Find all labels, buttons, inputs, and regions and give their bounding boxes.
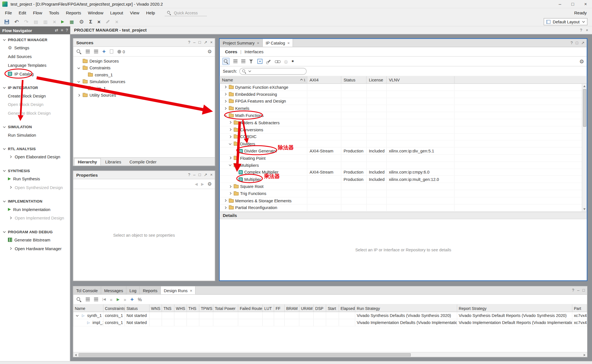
create-run-icon[interactable]: + — [131, 297, 134, 302]
reset-runs-icon[interactable]: |◀ — [102, 298, 106, 301]
column-header-failed-routes[interactable]: Failed Routes — [238, 305, 263, 312]
tree-chevron[interactable] — [223, 198, 227, 203]
tree-chevron[interactable] — [228, 156, 232, 160]
flow-nav-section-header[interactable]: SYNTHESIS — [0, 167, 70, 174]
maximize-icon[interactable]: □ — [198, 173, 201, 177]
menu-layout[interactable]: Layout — [107, 10, 127, 15]
tree-chevron[interactable] — [223, 106, 227, 111]
help-icon[interactable]: ? — [572, 288, 574, 292]
run-icon[interactable] — [61, 20, 64, 23]
delete-icon[interactable]: × — [53, 19, 56, 25]
ip-row-partial-reconfiguration[interactable]: Partial Reconfiguration — [220, 204, 587, 211]
search-icon[interactable] — [76, 297, 82, 302]
menu-file[interactable]: File — [1, 10, 15, 15]
menu-tools[interactable]: Tools — [46, 10, 63, 15]
maximize-icon[interactable]: □ — [582, 288, 585, 292]
source-tree-item-sim-1[interactable]: sim_1 — [73, 85, 215, 92]
add-ip-icon[interactable] — [257, 59, 262, 64]
column-header-total-power[interactable]: Total Power — [213, 305, 238, 312]
float-icon[interactable]: ↗ — [204, 173, 207, 177]
collapse-all-icon[interactable] — [86, 298, 90, 301]
flow-nav-section-header[interactable]: RTL ANALYSIS — [0, 145, 70, 152]
tree-chevron[interactable] — [223, 85, 227, 89]
source-tree-item-constrs-1[interactable]: constrs_1 — [73, 71, 215, 78]
column-header-part[interactable]: Part — [572, 305, 587, 312]
step-back-icon[interactable]: « — [110, 297, 112, 302]
scroll-down-icon[interactable] — [583, 208, 586, 210]
open-file-icon[interactable] — [110, 49, 113, 54]
column-header-elapsed[interactable]: Elapsed — [339, 305, 355, 312]
ip-search-input[interactable] — [239, 68, 306, 74]
flow-nav-item-open-elaborated-design[interactable]: Open Elaborated Design — [0, 152, 70, 161]
quick-access-search[interactable]: Quick Access — [164, 10, 207, 16]
open-implemented-icon[interactable]: ▦ — [70, 19, 74, 24]
sources-tab-compile-order[interactable]: Compile Order — [126, 158, 160, 166]
target-icon[interactable]: ◎ — [284, 59, 288, 64]
ip-row-multipliers[interactable]: Multipliers — [220, 162, 587, 169]
column-header-whs[interactable]: WHS — [174, 305, 187, 312]
column-header-tpws[interactable]: TPWS — [199, 305, 213, 312]
tree-chevron[interactable] — [228, 120, 232, 125]
menu-window[interactable]: Window — [85, 10, 107, 15]
help-icon[interactable]: ? — [188, 41, 190, 45]
help-icon[interactable]: ? — [188, 173, 190, 177]
console-tab-design-runs[interactable]: Design Runs× — [161, 287, 196, 294]
minimize-button[interactable]: – — [553, 0, 566, 8]
tree-chevron[interactable] — [228, 142, 232, 146]
scrollbar-thumb[interactable] — [583, 89, 586, 127]
add-sources-icon[interactable]: + — [102, 49, 106, 54]
menu-edit[interactable]: Edit — [15, 10, 30, 15]
close-button[interactable]: × — [579, 0, 592, 8]
flow-nav-item-open-synthesized-design[interactable]: Open Synthesized Design — [0, 183, 70, 192]
menu-icon[interactable]: ≡ — [61, 28, 63, 32]
source-tree-item-constraints[interactable]: Constraints — [73, 65, 215, 71]
column-header-axi4[interactable]: AXI4 — [307, 76, 341, 83]
tree-chevron[interactable] — [223, 113, 227, 118]
collapse-all-icon[interactable] — [86, 50, 90, 53]
flow-nav-section-header[interactable]: SIMULATION — [0, 123, 70, 131]
flow-nav-section-header[interactable]: PROGRAM AND DEBUG — [0, 228, 70, 236]
vertical-scrollbar[interactable] — [582, 84, 587, 212]
close-icon[interactable]: × — [210, 173, 213, 177]
ip-row-fpga-features-and-design[interactable]: FPGA Features and Design — [220, 98, 587, 105]
help-icon[interactable]: ? — [580, 28, 582, 32]
flow-nav-item-open-block-design[interactable]: Open Block Design — [0, 100, 70, 109]
filter-icon[interactable] — [249, 59, 254, 64]
customize-ip-icon[interactable] — [266, 59, 271, 64]
ip-row-dividers[interactable]: Dividers — [220, 141, 587, 148]
tree-chevron[interactable] — [76, 79, 81, 84]
column-header-status[interactable]: Status — [125, 305, 149, 312]
flow-nav-item-generate-block-design[interactable]: Generate Block Design — [0, 109, 70, 117]
ip-row-embedded-processing[interactable]: Embedded Processing — [220, 91, 587, 98]
launch-runs-icon[interactable]: ▶ — [117, 298, 120, 301]
close-icon[interactable]: × — [210, 41, 213, 45]
tree-chevron[interactable] — [228, 184, 232, 189]
menu-flow[interactable]: Flow — [30, 10, 46, 15]
horizontal-scrollbar[interactable] — [73, 352, 587, 357]
ip-row-floating-point[interactable]: Floating Point — [220, 155, 587, 162]
column-header-status[interactable]: Status — [341, 76, 367, 83]
redo-icon[interactable]: ↷ — [24, 19, 28, 25]
column-header-vlnv[interactable]: VLNV — [386, 76, 454, 83]
flow-nav-item-run-implementation[interactable]: Run Implementation — [0, 205, 70, 214]
cancel-icon[interactable]: × — [115, 19, 118, 25]
column-header-start[interactable]: Start — [326, 305, 339, 312]
column-header-dsp[interactable]: DSP — [314, 305, 326, 312]
maximize-icon[interactable]: □ — [198, 41, 201, 45]
tab-close-icon[interactable]: × — [257, 41, 259, 45]
close-design-icon[interactable]: × — [98, 19, 101, 25]
search-icon[interactable] — [76, 49, 82, 54]
ip-link-icon[interactable] — [275, 59, 280, 63]
ip-row-cordic[interactable]: CORDIC — [220, 134, 587, 141]
sources-tab-hierarchy[interactable]: Hierarchy — [74, 158, 101, 166]
ip-row-conversions[interactable]: Conversions — [220, 126, 587, 133]
column-header-name[interactable]: Name1 — [220, 76, 307, 83]
tree-chevron[interactable] — [76, 66, 81, 70]
skip-forward-icon[interactable]: » — [124, 297, 126, 302]
tree-chevron[interactable] — [228, 134, 232, 139]
scroll-up-icon[interactable] — [583, 85, 586, 87]
clipboard-icon[interactable]: ▥ — [43, 19, 48, 24]
report-icon[interactable]: ▤ — [34, 19, 38, 24]
column-header-ths[interactable]: THS — [187, 305, 199, 312]
column-header-uram[interactable]: URAM — [299, 305, 314, 312]
